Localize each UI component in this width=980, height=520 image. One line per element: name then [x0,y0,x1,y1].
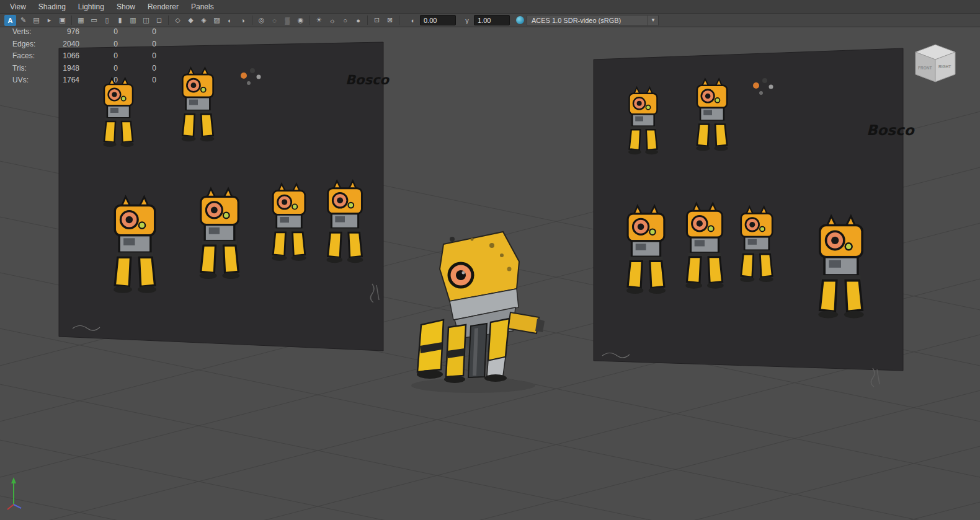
color-management-icon[interactable] [516,16,524,24]
gamma-icon[interactable]: γ [462,15,472,25]
viewport-toolbar: A✎▤▸▣▦▭▯▮▥◫◻◇◆◈▨◐◑◎◌▒◉☀☼○●⊡⊠ ◐ γ ACES 1.… [0,14,980,27]
hud-value: 0 [79,74,118,87]
hud-label: Tris: [12,63,48,75]
camera-attributes-icon[interactable]: ▤ [30,15,42,26]
reference-plane-left: Bosco [59,42,390,351]
hud-value: 0 [118,26,156,38]
toolbar-separator [252,15,252,25]
hud-value: 0 [79,50,118,63]
safe-action-icon[interactable]: ◫ [140,15,152,26]
hud-row-tris: Tris:194800 [12,63,156,75]
grid-icon[interactable]: ▦ [75,15,87,26]
view-transform-dropdown-arrow[interactable]: ▼ [648,15,659,26]
hud-value: 2040 [48,38,79,51]
use-default-material-icon[interactable]: ◐ [224,15,236,26]
isolate-select-icon[interactable]: ⊡ [371,15,383,26]
menu-show[interactable]: Show [110,0,141,14]
menu-renderer[interactable]: Renderer [141,0,185,14]
hud-value: 0 [79,38,118,51]
resolution-gate-icon[interactable]: ▯ [101,15,113,26]
view-transform-label: ACES 1.0 SDR-video (sRGB) [532,17,621,24]
exposure-field[interactable] [420,15,456,25]
default-lighting-icon[interactable]: ☀ [313,15,325,26]
grease-pencil-icon[interactable]: ✎ [17,15,29,26]
gate-mask-icon[interactable]: ▮ [114,15,126,26]
exposure-icon[interactable]: ◐ [408,15,418,25]
toolbar-separator [71,15,72,25]
film-gate-icon[interactable]: ▭ [88,15,100,26]
hud-label: Faces: [12,50,48,63]
maya-viewport-window: { "menu_bar": { "items": ["View", "Shadi… [0,0,980,520]
hud-value: 0 [118,50,156,63]
hud-value: 1764 [48,74,79,87]
hud-value: 0 [118,74,156,87]
viewport-toolbar-icons: A✎▤▸▣▦▭▯▮▥◫◻◇◆◈▨◐◑◎◌▒◉☀☼○●⊡⊠ [4,15,402,26]
hud-row-faces: Faces:106600 [12,50,156,63]
menu-bar-items: ViewShadingLightingShowRendererPanels [4,0,220,14]
view-cube-front-label: FRONT [918,66,932,70]
flat-lighting-icon[interactable]: ○ [339,15,351,26]
x-ray-icon[interactable]: ⊠ [384,15,396,26]
select-camera-icon[interactable]: A [4,15,16,26]
menu-view[interactable]: View [4,0,32,14]
anti-aliasing-icon[interactable]: ▒ [282,15,293,26]
gamma-group: γ [462,15,510,25]
wireframe-icon[interactable]: ◇ [172,15,184,26]
image-plane-icon[interactable]: ▣ [56,15,68,26]
panel-menu-bar: ViewShadingLightingShowRendererPanels [0,0,980,14]
hud-value: 0 [118,38,156,51]
field-chart-icon[interactable]: ▥ [127,15,139,26]
smooth-shade-icon[interactable]: ◆ [185,15,197,26]
occlusion-icon[interactable]: ◎ [256,15,267,26]
hud-value: 1948 [48,63,79,75]
toolbar-separator [168,15,169,25]
exposure-group: ◐ [408,15,456,25]
hud-label: Verts: [12,26,48,38]
hud-value: 0 [79,63,118,75]
plane-logo-left: Bosco [345,73,390,87]
menu-panels[interactable]: Panels [185,0,220,14]
view-cube-right-label: RIGHT [938,64,951,69]
hud-row-verts: Verts:97600 [12,26,156,38]
hud-label: UVs: [12,74,48,87]
hud-value: 0 [118,63,156,75]
view-cube[interactable]: FRONT RIGHT [915,45,955,82]
view-transform-dropdown[interactable]: ACES 1.0 SDR-video (sRGB) [527,15,648,26]
all-lights-icon[interactable]: ☼ [326,15,338,26]
motion-blur-icon[interactable]: ◌ [269,15,280,26]
menu-shading[interactable]: Shading [32,0,72,14]
hud-row-uvs: UVs:176400 [12,74,156,87]
textured-icon[interactable]: ▨ [211,15,223,26]
toolbar-separator [399,15,399,25]
reference-plane-right: Bosco [594,48,915,387]
shadows-icon[interactable]: ◑ [237,15,249,26]
bookmarks-icon[interactable]: ▸ [43,15,55,26]
wireframe-on-shaded-icon[interactable]: ◈ [198,15,210,26]
depth-of-field-icon[interactable]: ◉ [295,15,306,26]
safe-title-icon[interactable]: ◻ [153,15,165,26]
menu-lighting[interactable]: Lighting [72,0,110,14]
poly-count-hud: Verts:97600Edges:204000Faces:106600Tris:… [12,26,156,87]
toolbar-separator [367,15,368,25]
hud-value: 0 [79,26,118,38]
hud-value: 1066 [48,50,79,63]
gamma-field[interactable] [474,15,510,25]
hud-label: Edges: [12,38,48,51]
viewport-canvas[interactable]: Bosco Bosco [0,27,980,520]
hud-value: 976 [48,26,79,38]
toolbar-separator [310,15,310,25]
no-lights-icon[interactable]: ● [352,15,364,26]
hud-row-edges: Edges:204000 [12,38,156,51]
plane-logo-right: Bosco [866,122,915,138]
